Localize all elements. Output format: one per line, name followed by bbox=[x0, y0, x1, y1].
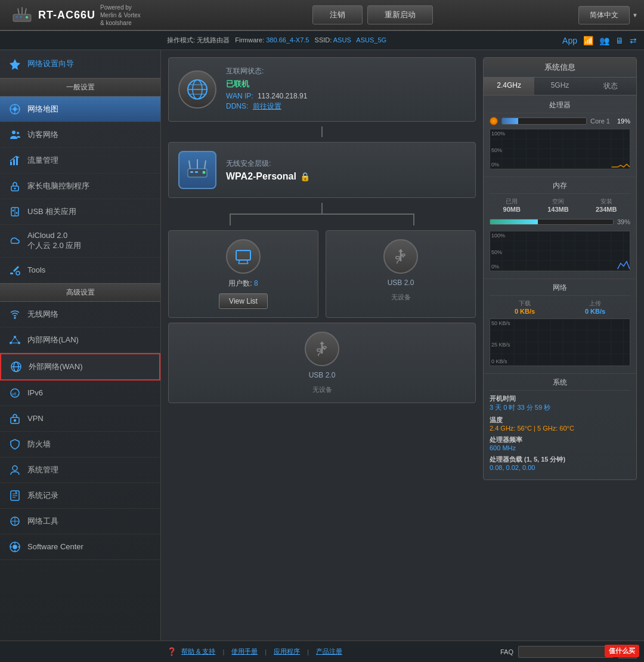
sidebar-section-advanced: 高级设置 bbox=[0, 283, 160, 302]
sidebar-item-syslog[interactable]: 系统记录 bbox=[0, 483, 160, 509]
sidebar-item-lan[interactable]: 内部网络(LAN) bbox=[0, 327, 160, 353]
app-link[interactable]: 应用程序 bbox=[274, 647, 300, 656]
footer-left: ❓ 帮助 & 支持 | 使用手册 | 应用程序 | 产品注册 bbox=[167, 647, 342, 656]
tools-label: Tools bbox=[27, 265, 45, 274]
sidebar-item-parental[interactable]: 家长电脑控制程序 bbox=[0, 174, 160, 199]
cpu-section: 处理器 Core 1 19% 100% 50% 0% bbox=[484, 95, 636, 177]
usb2-status: 无设备 bbox=[312, 385, 332, 394]
vert-line-2 bbox=[321, 203, 323, 214]
memory-section: 内存 已用 90MB 空闲 143MB 安装 234MB bbox=[484, 177, 636, 279]
sysinfo-tabs: 2.4GHz 5GHz 状态 bbox=[484, 78, 636, 95]
net-dl-cell: 下载 0 KB/s bbox=[515, 299, 535, 315]
wireless-label: 无线网络 bbox=[27, 309, 58, 320]
clients-icon bbox=[226, 239, 261, 274]
vpn-icon bbox=[8, 412, 21, 425]
faq-search-input[interactable] bbox=[518, 646, 614, 658]
mem-total-cell: 安装 234MB bbox=[596, 197, 617, 213]
cpu-freq-value: 600 MHz bbox=[490, 444, 630, 451]
view-list-button[interactable]: View List bbox=[219, 293, 268, 309]
ssid1-link[interactable]: ASUS bbox=[333, 36, 351, 44]
svg-line-6 bbox=[25, 8, 26, 14]
ddns-line: DDNS: 前往设置 bbox=[226, 101, 466, 112]
guest-icon bbox=[8, 128, 21, 141]
content-area: 互联网状态: 已联机 WAN IP: 113.240.218.91 DDNS: … bbox=[161, 50, 644, 641]
faq-label: FAQ bbox=[500, 648, 513, 655]
right-panel: 系统信息 2.4GHz 5GHz 状态 处理器 Core 1 19% bbox=[483, 57, 637, 633]
sidebar-item-guest[interactable]: 访客网络 bbox=[0, 122, 160, 148]
sysinfo-title: 系统信息 bbox=[484, 58, 636, 78]
sidebar-item-network-map[interactable]: 网络地图 bbox=[0, 97, 160, 122]
network-map-label: 网络地图 bbox=[27, 104, 58, 115]
sidebar-item-tools[interactable]: Tools bbox=[0, 258, 160, 283]
sidebar-item-softcenter[interactable]: Software Center bbox=[0, 534, 160, 560]
svg-point-26 bbox=[14, 336, 16, 338]
mem-bar-fill bbox=[490, 219, 538, 224]
sidebar-item-wizard[interactable]: 网络设置向导 bbox=[0, 50, 160, 78]
clients-card: 用户数: 8 View List bbox=[168, 230, 318, 318]
load-value: 0.08, 0.02, 0.00 bbox=[490, 464, 630, 471]
svg-rect-2 bbox=[20, 16, 22, 18]
lock-icon: 🔒 bbox=[300, 172, 310, 181]
firmware-link[interactable]: 380.66_4-X7.5 bbox=[266, 36, 309, 44]
monitor-icon: 🖥 bbox=[615, 36, 624, 45]
router-info: 无线安全层级: WPA2-Personal 🔒 bbox=[226, 159, 466, 182]
sysadmin-icon bbox=[8, 463, 21, 477]
sidebar-item-sysadmin[interactable]: 系统管理 bbox=[0, 457, 160, 483]
router-icon-big bbox=[178, 151, 216, 189]
sidebar-item-aicloud[interactable]: AiCloud 2.0个人云 2.0 应用 bbox=[0, 225, 160, 258]
sysinfo-card: 系统信息 2.4GHz 5GHz 状态 处理器 Core 1 19% bbox=[483, 57, 637, 480]
cpu-freq-item: 处理器频率 600 MHz bbox=[490, 435, 630, 451]
ssid2-link[interactable]: ASUS_5G bbox=[356, 36, 386, 44]
aicloud-label: AiCloud 2.0个人云 2.0 应用 bbox=[27, 231, 81, 251]
sidebar-item-firewall[interactable]: 防火墙 bbox=[0, 432, 160, 457]
sysadmin-label: 系统管理 bbox=[27, 465, 58, 475]
users-icon: 👥 bbox=[599, 36, 609, 45]
status-icons: App 📶 👥 🖥 ⇄ bbox=[562, 36, 637, 45]
language-button[interactable]: 简体中文 bbox=[578, 6, 630, 24]
svg-rect-15 bbox=[13, 159, 15, 165]
svg-point-13 bbox=[17, 132, 19, 134]
dropdown-arrow-icon: ▼ bbox=[632, 12, 638, 18]
tab-2ghz[interactable]: 2.4GHz bbox=[484, 78, 534, 95]
usb-label: USB 相关应用 bbox=[27, 206, 76, 217]
mem-chart: 100% 50% 0% bbox=[490, 231, 630, 271]
powered-by: Powered by Merlin & Vortex & koolshare bbox=[100, 4, 141, 27]
help-support-link[interactable]: 帮助 & 支持 bbox=[181, 647, 215, 656]
sidebar-item-nettools[interactable]: 网络工具 bbox=[0, 509, 160, 534]
tab-5ghz[interactable]: 5GHz bbox=[534, 78, 585, 95]
tab-status[interactable]: 状态 bbox=[586, 78, 636, 95]
vert-line-1 bbox=[321, 126, 323, 137]
usb1-label: USB 2.0 bbox=[388, 279, 414, 287]
guest-label: 访客网络 bbox=[27, 129, 58, 140]
net-speed-row: 下载 0 KB/s 上传 0 KB/s bbox=[490, 299, 630, 315]
logout-button[interactable]: 注销 bbox=[312, 5, 363, 24]
register-link[interactable]: 产品注册 bbox=[316, 647, 342, 656]
svg-marker-7 bbox=[10, 59, 20, 70]
sidebar-item-traffic[interactable]: 流量管理 bbox=[0, 148, 160, 174]
sidebar-item-vpn[interactable]: VPN bbox=[0, 406, 160, 432]
net-ul-cell: 上传 0 KB/s bbox=[585, 299, 605, 315]
svg-rect-1 bbox=[16, 16, 18, 18]
top-nav: 注销 重新启动 bbox=[167, 5, 578, 24]
usb2-icon bbox=[305, 332, 339, 366]
network-section: 网络 下载 0 KB/s 上传 0 KB/s 50 KB/s bbox=[484, 279, 636, 373]
sidebar-item-wan[interactable]: 外部网络(WAN) bbox=[0, 353, 160, 381]
sidebar-item-usb[interactable]: USB 相关应用 bbox=[0, 199, 160, 225]
logo-area: RT-AC66U Powered by Merlin & Vortex & ko… bbox=[6, 4, 167, 27]
svg-point-61 bbox=[203, 171, 206, 174]
reboot-button[interactable]: 重新启动 bbox=[367, 5, 433, 24]
sidebar-item-ipv6[interactable]: v6 IPv6 bbox=[0, 381, 160, 406]
ddns-link[interactable]: 前往设置 bbox=[253, 102, 281, 110]
usb1-card: USB 2.0 无设备 bbox=[326, 230, 476, 318]
footer: ❓ 帮助 & 支持 | 使用手册 | 应用程序 | 产品注册 FAQ 🔍 bbox=[0, 641, 644, 662]
router-icon bbox=[11, 6, 33, 24]
wan-icon bbox=[10, 360, 23, 373]
status-bar: 操作模式: 无线路由器 Firmware: 380.66_4-X7.5 SSID… bbox=[0, 31, 644, 50]
sidebar-item-wireless[interactable]: 无线网络 bbox=[0, 302, 160, 327]
tree-branch-wrapper bbox=[168, 203, 476, 225]
nettools-icon bbox=[8, 515, 21, 528]
wan-label: 外部网络(WAN) bbox=[29, 361, 83, 372]
manual-link[interactable]: 使用手册 bbox=[231, 647, 258, 656]
security-value: WPA2-Personal bbox=[226, 171, 296, 182]
usb1-status: 无设备 bbox=[391, 293, 411, 302]
